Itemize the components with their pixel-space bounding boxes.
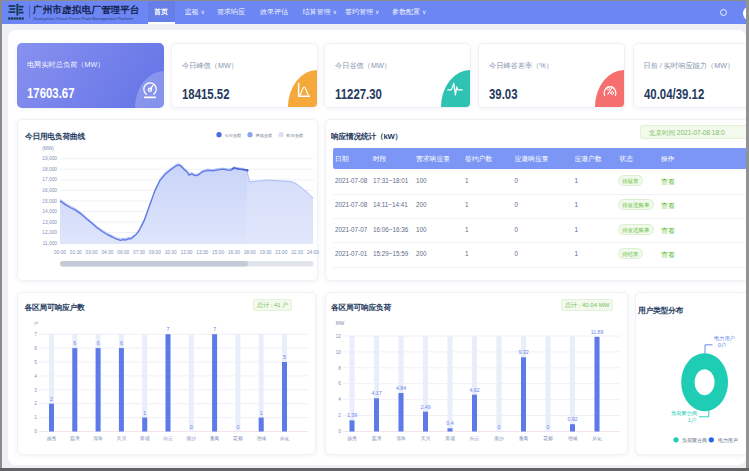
- svg-text:0.92: 0.92: [567, 416, 577, 422]
- svg-text:6: 6: [97, 340, 100, 346]
- svg-text:18,000: 18,000: [42, 167, 57, 172]
- svg-text:增城: 增城: [567, 436, 578, 442]
- svg-text:花都: 花都: [543, 436, 553, 442]
- svg-text:17,000: 17,000: [42, 177, 57, 182]
- svg-text:番禺: 番禺: [519, 435, 529, 442]
- svg-text:2.49: 2.49: [420, 404, 430, 410]
- svg-text:海珠: 海珠: [396, 436, 406, 441]
- svg-text:0: 0: [236, 424, 239, 430]
- svg-text:从化: 从化: [592, 436, 602, 442]
- svg-text:09:00: 09:00: [149, 250, 161, 255]
- svg-text:从化: 从化: [280, 436, 290, 442]
- svg-text:15:00: 15:00: [212, 250, 224, 255]
- svg-text:电力用户: 电力用户: [718, 437, 738, 444]
- svg-text:4: 4: [338, 397, 341, 402]
- svg-text:越秀: 越秀: [47, 435, 57, 442]
- svg-text:黄埔: 黄埔: [140, 436, 150, 442]
- svg-text:0: 0: [547, 424, 550, 430]
- svg-text:04:30: 04:30: [101, 250, 113, 255]
- svg-text:4: 4: [34, 374, 37, 379]
- svg-text:负荷聚合商: 负荷聚合商: [671, 410, 698, 416]
- svg-text:10: 10: [336, 350, 342, 355]
- svg-text:1.39: 1.39: [347, 412, 357, 418]
- svg-text:荔湾: 荔湾: [372, 435, 382, 442]
- svg-text:12:00: 12:00: [180, 250, 192, 255]
- svg-text:22:30: 22:30: [291, 250, 303, 255]
- svg-text:07:30: 07:30: [133, 250, 145, 255]
- svg-text:7: 7: [34, 332, 37, 337]
- svg-text:2: 2: [34, 401, 37, 406]
- svg-text:1: 1: [34, 415, 37, 420]
- svg-text:4.62: 4.62: [469, 387, 479, 393]
- svg-text:7: 7: [167, 326, 170, 332]
- svg-text:6: 6: [120, 340, 123, 346]
- svg-text:天河: 天河: [421, 436, 431, 441]
- svg-text:6: 6: [73, 340, 76, 346]
- svg-text:10:30: 10:30: [165, 250, 177, 255]
- svg-text:6: 6: [338, 381, 341, 386]
- svg-text:03:00: 03:00: [86, 250, 98, 255]
- svg-text:MW: MW: [336, 321, 345, 326]
- svg-text:黄埔: 黄埔: [445, 436, 455, 442]
- svg-text:户: 户: [34, 320, 39, 326]
- svg-text:2: 2: [338, 413, 341, 418]
- svg-text:06:00: 06:00: [117, 250, 129, 255]
- svg-text:8: 8: [338, 366, 341, 371]
- svg-text:负荷聚合商: 负荷聚合商: [682, 437, 707, 444]
- svg-text:0: 0: [34, 429, 37, 434]
- svg-text:12,000: 12,000: [42, 230, 57, 235]
- svg-text:1: 1: [260, 410, 263, 416]
- svg-text:海珠: 海珠: [93, 436, 103, 441]
- svg-text:荔湾: 荔湾: [70, 435, 80, 442]
- svg-text:14,000: 14,000: [42, 209, 57, 214]
- svg-text:19:30: 19:30: [260, 250, 272, 255]
- svg-text:15,000: 15,000: [42, 199, 57, 204]
- svg-text:番禺: 番禺: [210, 435, 220, 442]
- svg-text:0: 0: [338, 429, 341, 434]
- svg-text:5: 5: [283, 354, 286, 360]
- svg-text:18:00: 18:00: [244, 250, 256, 255]
- svg-text:南沙: 南沙: [494, 436, 504, 442]
- svg-text:19,000: 19,000: [42, 156, 57, 161]
- svg-text:0.4: 0.4: [446, 420, 453, 426]
- svg-text:天河: 天河: [117, 436, 127, 441]
- svg-text:11,000: 11,000: [43, 241, 58, 246]
- svg-text:00:00: 00:00: [54, 250, 66, 255]
- svg-text:7: 7: [213, 326, 216, 332]
- svg-text:白云: 白云: [470, 436, 480, 441]
- svg-text:6: 6: [34, 346, 37, 351]
- svg-text:(MW): (MW): [42, 146, 54, 151]
- svg-text:01:30: 01:30: [70, 250, 82, 255]
- svg-text:0: 0: [190, 424, 193, 430]
- svg-text:3: 3: [34, 388, 37, 393]
- svg-text:花都: 花都: [233, 436, 243, 442]
- svg-text:12: 12: [336, 334, 342, 339]
- svg-text:1户: 1户: [688, 417, 696, 423]
- svg-text:24:00: 24:00: [307, 250, 319, 255]
- svg-text:11.89: 11.89: [591, 329, 604, 335]
- svg-text:13:30: 13:30: [196, 250, 208, 255]
- svg-text:增城: 增城: [255, 436, 266, 442]
- svg-text:16,000: 16,000: [42, 188, 57, 193]
- svg-text:电力用户: 电力用户: [714, 335, 735, 342]
- svg-text:越秀: 越秀: [347, 435, 357, 442]
- svg-text:2: 2: [50, 396, 53, 402]
- svg-text:13,000: 13,000: [42, 220, 57, 225]
- svg-text:白云: 白云: [163, 436, 173, 441]
- svg-text:0户: 0户: [718, 342, 726, 348]
- svg-text:5: 5: [34, 360, 37, 365]
- svg-text:1: 1: [143, 410, 146, 416]
- svg-text:0: 0: [498, 424, 501, 430]
- svg-text:16:30: 16:30: [228, 250, 240, 255]
- svg-text:4.17: 4.17: [371, 390, 381, 396]
- svg-text:4.84: 4.84: [396, 385, 406, 391]
- svg-text:南沙: 南沙: [187, 436, 197, 442]
- svg-text:9.32: 9.32: [518, 349, 528, 355]
- svg-text:21:00: 21:00: [275, 250, 287, 255]
